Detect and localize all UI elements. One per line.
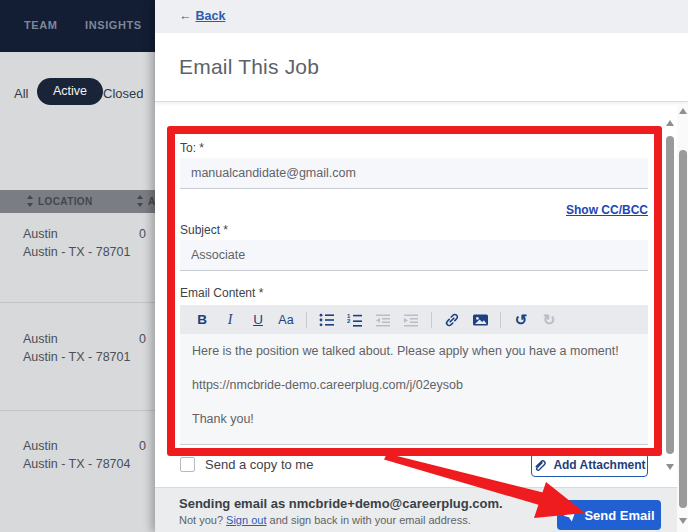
underline-icon[interactable]: U bbox=[246, 309, 270, 331]
row-city: Austin bbox=[23, 227, 58, 241]
filter-all[interactable]: All bbox=[14, 86, 28, 101]
image-icon[interactable] bbox=[468, 309, 492, 331]
scroll-down-icon[interactable] bbox=[666, 464, 674, 470]
sign-out-link[interactable]: Sign out bbox=[226, 514, 266, 526]
sort-icon[interactable] bbox=[26, 195, 35, 207]
row-applicant-count: 0 bbox=[139, 227, 146, 241]
outdent-icon[interactable] bbox=[371, 309, 395, 331]
paperclip-icon bbox=[533, 458, 546, 472]
page-title: Email This Job bbox=[179, 55, 319, 79]
row-divider bbox=[0, 410, 155, 411]
email-body-line: Thank you! bbox=[192, 412, 254, 426]
nav-tab-insights[interactable]: INSIGHTS bbox=[85, 19, 142, 31]
richtext-toolbar: B I U Aa 12 ↺ bbox=[180, 305, 648, 334]
status-filter-group: All Active Closed bbox=[0, 52, 155, 122]
redo-icon[interactable]: ↻ bbox=[537, 309, 561, 331]
email-panel: ←Back Email This Job To: * Show CC/BCC S… bbox=[155, 0, 688, 532]
panel-title-bar: Email This Job bbox=[155, 33, 688, 102]
panel-footer: Sending email as nmcbride+demo@careerplu… bbox=[155, 487, 688, 532]
send-copy-label: Send a copy to me bbox=[205, 457, 313, 472]
font-size-icon[interactable]: Aa bbox=[274, 309, 298, 331]
row-applicant-count: 0 bbox=[139, 332, 146, 346]
to-input[interactable] bbox=[180, 158, 648, 189]
row-applicant-count: 0 bbox=[139, 439, 146, 453]
sending-as-text: Sending email as nmcbride+demo@careerplu… bbox=[179, 496, 503, 511]
scroll-up-icon[interactable] bbox=[679, 108, 687, 114]
row-location-detail: Austin - TX - 78701 bbox=[23, 350, 130, 364]
toolbar-divider bbox=[306, 312, 307, 328]
bullet-list-icon[interactable] bbox=[315, 309, 339, 331]
email-body-line: https://nmcbride-demo.careerplug.com/j/0… bbox=[192, 378, 463, 392]
row-city: Austin bbox=[23, 439, 58, 453]
filter-active[interactable]: Active bbox=[37, 78, 103, 105]
email-body-line: Here is the position we talked about. Pl… bbox=[192, 344, 619, 358]
row-city: Austin bbox=[23, 332, 58, 346]
send-email-button[interactable]: Send Email bbox=[557, 500, 661, 530]
svg-text:2: 2 bbox=[347, 318, 351, 324]
send-copy-checkbox[interactable] bbox=[180, 457, 195, 472]
to-label: To: * bbox=[180, 141, 204, 155]
not-you-text: Not you? Sign out and sign back in with … bbox=[179, 514, 471, 526]
add-attachment-button[interactable]: Add Attachment bbox=[531, 453, 648, 477]
toolbar-divider bbox=[500, 312, 501, 328]
scrollbar-thumb[interactable] bbox=[679, 150, 687, 508]
scroll-down-icon[interactable] bbox=[679, 518, 687, 524]
panel-back-bar: ←Back bbox=[155, 0, 688, 33]
column-header-location[interactable]: LOCATION bbox=[38, 196, 93, 207]
scroll-up-icon[interactable] bbox=[666, 120, 674, 126]
email-content-label: Email Content * bbox=[180, 286, 263, 300]
send-copy-row: Send a copy to me bbox=[180, 457, 313, 472]
subject-input[interactable] bbox=[180, 240, 648, 271]
back-arrow-icon: ← bbox=[179, 9, 192, 23]
row-location-detail: Austin - TX - 78701 bbox=[23, 245, 130, 259]
indent-icon[interactable] bbox=[399, 309, 423, 331]
link-icon[interactable] bbox=[440, 309, 464, 331]
toolbar-divider bbox=[431, 312, 432, 328]
nav-tab-team[interactable]: TEAM bbox=[24, 19, 58, 31]
row-divider bbox=[0, 302, 155, 303]
page-scrollbar[interactable] bbox=[677, 104, 688, 532]
app-window: TEAM INSIGHTS All Active Closed LOCATION… bbox=[0, 0, 688, 532]
back-button[interactable]: ←Back bbox=[179, 9, 225, 23]
send-icon bbox=[563, 509, 577, 522]
subject-label: Subject * bbox=[180, 223, 228, 237]
row-location-detail: Austin - TX - 78704 bbox=[23, 457, 130, 471]
bold-icon[interactable]: B bbox=[190, 309, 214, 331]
italic-icon[interactable]: I bbox=[218, 309, 242, 331]
jobs-table-header: LOCATION AP bbox=[0, 190, 172, 213]
undo-icon[interactable]: ↺ bbox=[509, 309, 533, 331]
show-cc-bcc-link[interactable]: Show CC/BCC bbox=[566, 203, 648, 217]
sort-icon[interactable] bbox=[136, 195, 145, 207]
numbered-list-icon[interactable]: 12 bbox=[343, 309, 367, 331]
email-body-editor[interactable]: Here is the position we talked about. Pl… bbox=[180, 334, 648, 445]
panel-scrollbar[interactable] bbox=[664, 104, 676, 484]
scrollbar-thumb[interactable] bbox=[666, 136, 674, 454]
filter-closed[interactable]: Closed bbox=[103, 86, 143, 101]
